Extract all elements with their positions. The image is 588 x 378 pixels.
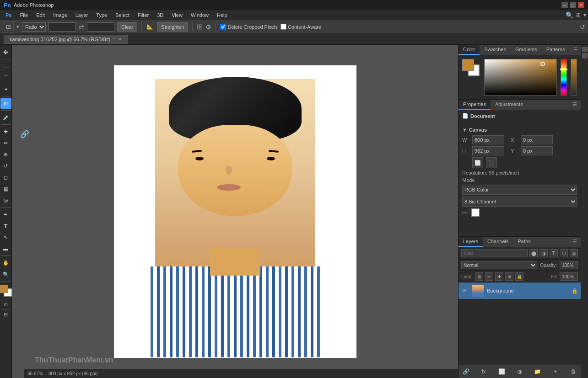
width-ratio-input[interactable] bbox=[49, 22, 76, 32]
history-brush-tool[interactable]: ↺ bbox=[0, 160, 11, 171]
properties-panel-menu[interactable]: ☰ bbox=[569, 100, 581, 110]
crop-options-arrow[interactable]: ▾ bbox=[16, 24, 19, 30]
menu-image[interactable]: Image bbox=[49, 11, 71, 19]
eyedropper-tool[interactable]: 💉 bbox=[0, 112, 11, 123]
tab-close-button[interactable]: ✕ bbox=[118, 37, 122, 42]
hand-tool[interactable]: ✋ bbox=[0, 257, 11, 268]
delete-cropped-label[interactable]: Delete Cropped Pixels bbox=[220, 24, 277, 30]
canvas-y-input[interactable] bbox=[521, 146, 553, 155]
tab-layers[interactable]: Layers bbox=[459, 237, 483, 247]
fill-swatch[interactable] bbox=[471, 208, 480, 217]
layer-filter-smart-icon[interactable]: ◎ bbox=[570, 249, 578, 257]
new-fill-layer-icon[interactable]: ◑ bbox=[515, 367, 524, 376]
tab-color[interactable]: Color bbox=[459, 45, 480, 55]
tab-adjustments[interactable]: Adjustments bbox=[491, 100, 528, 110]
select-rect-tool[interactable]: ▭ bbox=[0, 61, 11, 72]
fill-input[interactable] bbox=[560, 272, 578, 281]
canvas-height-input[interactable] bbox=[472, 146, 504, 155]
view-mode-icon[interactable]: ⊞ bbox=[576, 12, 581, 18]
menu-filter[interactable]: Filter bbox=[134, 11, 152, 19]
lock-transparent-button[interactable]: ⊠ bbox=[475, 272, 483, 281]
menu-type[interactable]: Type bbox=[92, 11, 111, 19]
gradient-tool[interactable]: ▦ bbox=[0, 183, 11, 194]
ratio-select[interactable]: Ratio bbox=[22, 22, 46, 32]
layer-filter-shape-icon[interactable]: ⬡ bbox=[560, 249, 568, 257]
layer-visibility-icon[interactable]: 👁 bbox=[461, 287, 469, 294]
bits-select[interactable]: 8 Bis Channel bbox=[462, 197, 577, 207]
height-ratio-input[interactable] bbox=[87, 22, 114, 32]
menu-window[interactable]: Window bbox=[187, 11, 212, 19]
path-select-tool[interactable]: ↖ bbox=[0, 232, 11, 243]
mini-panel-btn-1[interactable] bbox=[582, 47, 588, 52]
layer-kind-search[interactable] bbox=[461, 249, 528, 257]
workspace-icon[interactable]: ▾ bbox=[583, 12, 586, 18]
tab-patterns[interactable]: Patterns bbox=[542, 45, 570, 55]
alpha-slider[interactable] bbox=[571, 59, 577, 96]
crop-tool-icon[interactable]: ⊡ bbox=[3, 21, 14, 32]
clear-button[interactable]: Clear bbox=[117, 22, 137, 32]
pen-tool[interactable]: ✒ bbox=[0, 209, 11, 220]
menu-3d[interactable]: 3D bbox=[153, 11, 167, 19]
tab-gradients[interactable]: Gradients bbox=[511, 45, 542, 55]
tab-swatches[interactable]: Swatches bbox=[480, 45, 511, 55]
maximize-button[interactable]: □ bbox=[570, 2, 576, 8]
color-gradient-picker[interactable] bbox=[484, 59, 557, 96]
menu-select[interactable]: Select bbox=[112, 11, 133, 19]
dodge-tool[interactable]: ◎ bbox=[0, 195, 11, 206]
menu-file[interactable]: File bbox=[16, 11, 32, 19]
link-layers-icon[interactable]: 🔗 bbox=[461, 367, 470, 376]
foreground-swatch[interactable] bbox=[462, 59, 474, 71]
quick-mask-tool[interactable]: ⊙ bbox=[4, 302, 8, 308]
menu-view[interactable]: View bbox=[168, 11, 186, 19]
color-panel-menu[interactable]: ☰ bbox=[570, 45, 582, 55]
close-button[interactable]: ✕ bbox=[578, 2, 584, 8]
zoom-tool[interactable]: 🔍 bbox=[0, 269, 11, 280]
layer-filter-pixel-icon[interactable]: ⬤ bbox=[529, 249, 538, 257]
tab-paths[interactable]: Paths bbox=[513, 237, 535, 247]
clone-tool[interactable]: ⊕ bbox=[0, 149, 11, 160]
content-aware-checkbox[interactable] bbox=[281, 24, 286, 30]
lock-image-button[interactable]: ✏ bbox=[485, 272, 493, 281]
layers-panel-menu[interactable]: ☰ bbox=[569, 237, 581, 247]
hue-slider[interactable] bbox=[561, 59, 567, 96]
add-layer-style-icon[interactable]: fx bbox=[479, 367, 488, 376]
document-header[interactable]: 📄 Document bbox=[462, 113, 577, 119]
swap-ratio-icon[interactable]: ⇄ bbox=[79, 23, 84, 31]
gradient-field[interactable] bbox=[484, 59, 557, 96]
canvas-x-input[interactable] bbox=[521, 135, 553, 144]
blend-mode-select[interactable]: Normal bbox=[461, 261, 537, 269]
heal-tool[interactable]: ✚ bbox=[0, 126, 11, 137]
canvas[interactable] bbox=[114, 65, 356, 358]
tab-channels[interactable]: Channels bbox=[483, 237, 513, 247]
lasso-tool[interactable]: ⌒ bbox=[0, 72, 11, 83]
straighten-button[interactable]: Straighten bbox=[157, 22, 188, 32]
eraser-tool[interactable]: ◻ bbox=[0, 172, 11, 183]
canvas-landscape-button[interactable]: ⬛ bbox=[486, 157, 497, 168]
canvas-header[interactable]: ▼ Canvas bbox=[462, 127, 577, 133]
settings-icon[interactable]: ⚙ bbox=[205, 23, 211, 31]
crop-tool[interactable]: ⊡ bbox=[0, 98, 11, 109]
layer-filter-adjustment-icon[interactable]: ◑ bbox=[539, 249, 548, 257]
lock-all-button[interactable]: 🔒 bbox=[515, 272, 523, 281]
layer-filter-text-icon[interactable]: T bbox=[550, 249, 558, 257]
new-group-icon[interactable]: 📁 bbox=[533, 367, 542, 376]
undo-rotate-icon[interactable]: ↺ bbox=[580, 23, 585, 31]
lock-artboard-button[interactable]: ⊕ bbox=[505, 272, 513, 281]
brush-tool[interactable]: ✏ bbox=[0, 138, 11, 149]
opacity-input[interactable] bbox=[560, 261, 578, 269]
foreground-color-box[interactable] bbox=[0, 285, 8, 293]
magic-wand-tool[interactable]: ✦ bbox=[0, 84, 11, 95]
move-tool[interactable]: ✥ bbox=[0, 47, 11, 58]
delete-layer-icon[interactable]: 🗑 bbox=[569, 367, 578, 376]
change-screen-mode[interactable]: ⊟ bbox=[4, 312, 8, 318]
menu-edit[interactable]: Edit bbox=[32, 11, 49, 19]
menu-ps[interactable]: Ps bbox=[2, 11, 15, 19]
add-mask-icon[interactable]: ⬜ bbox=[497, 367, 506, 376]
menu-help[interactable]: Help bbox=[213, 11, 231, 19]
lock-position-button[interactable]: ✚ bbox=[495, 272, 503, 281]
new-layer-icon[interactable]: + bbox=[551, 367, 560, 376]
mini-panel-btn-2[interactable] bbox=[582, 53, 588, 59]
menu-layer[interactable]: Layer bbox=[72, 11, 92, 19]
tab-properties[interactable]: Properties bbox=[459, 100, 491, 110]
mode-select[interactable]: RGB Color bbox=[462, 185, 577, 195]
